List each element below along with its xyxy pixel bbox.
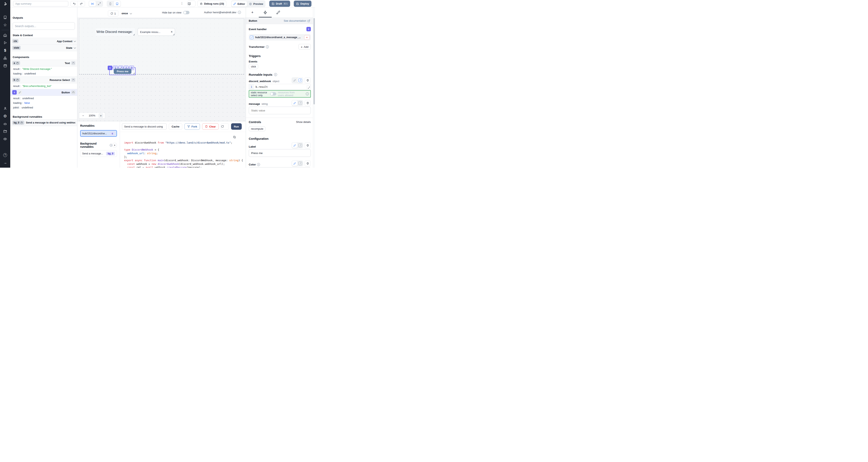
- component-row-c[interactable]: c Button: [10, 89, 78, 96]
- kebab-menu-icon[interactable]: ⋮: [180, 2, 183, 5]
- text-component[interactable]: Write Discord message:: [96, 28, 135, 36]
- background-runnable-row[interactable]: bg_0 Send a message to discord using web…: [10, 119, 78, 126]
- plug-icon[interactable]: [305, 142, 311, 148]
- tab-component-settings-icon[interactable]: [259, 7, 272, 18]
- add-transformer-button[interactable]: +Add: [299, 44, 311, 50]
- chevron-up-icon[interactable]: [71, 61, 75, 65]
- connect-function-icon[interactable]: f: [298, 78, 303, 83]
- output-row-ctx[interactable]: ctx App Context: [10, 38, 78, 44]
- show-details-link[interactable]: Show details: [296, 121, 311, 124]
- hide-bar-toggle[interactable]: [183, 11, 189, 14]
- run-mode-dropdown[interactable]: once: [122, 12, 131, 15]
- connect-function-icon[interactable]: f: [298, 161, 303, 166]
- center-align-icon[interactable]: [89, 1, 96, 6]
- runnable-item-selected[interactable]: hub/1511/discord/se... c: [80, 130, 117, 137]
- component-row-a[interactable]: a Text: [10, 60, 78, 66]
- resize-handle[interactable]: [133, 34, 135, 35]
- label-value-input[interactable]: [249, 149, 311, 157]
- tab-styling-brush-icon[interactable]: [272, 7, 284, 18]
- app-summary-input[interactable]: [13, 1, 68, 6]
- message-static-value-input[interactable]: [249, 107, 311, 114]
- see-documentation-link[interactable]: See documentation: [284, 19, 310, 22]
- favorites-star-icon[interactable]: ☆: [0, 21, 10, 29]
- recompute-chip[interactable]: recompute: [249, 126, 266, 131]
- windmill-logo[interactable]: [0, 0, 10, 7]
- collapse-arrow-icon[interactable]: →: [0, 159, 10, 166]
- resources-cubes-icon[interactable]: [0, 54, 10, 62]
- resource-select-component[interactable]: Example resou... ×: [137, 28, 175, 36]
- selected-component-outline[interactable]: c Press me: [109, 67, 135, 75]
- reload-icon[interactable]: [221, 123, 229, 130]
- cache-button[interactable]: Cache: [169, 123, 182, 130]
- chevron-up-icon[interactable]: [71, 90, 75, 94]
- run-button[interactable]: Run: [231, 123, 242, 130]
- info-icon[interactable]: i: [110, 144, 112, 146]
- static-pencil-icon[interactable]: [292, 161, 298, 166]
- tab-preview[interactable]: Preview: [247, 1, 265, 7]
- redo-icon[interactable]: [78, 1, 85, 6]
- draft-button[interactable]: Draft ⌘S: [269, 1, 290, 7]
- copy-icon[interactable]: [233, 135, 236, 139]
- users-person-icon[interactable]: [0, 105, 10, 112]
- deploy-button[interactable]: Deploy: [294, 1, 311, 7]
- app-canvas-grid[interactable]: Write Discord message: Example resou... …: [79, 19, 244, 74]
- info-icon[interactable]: i: [266, 45, 269, 48]
- schedules-calendar-icon[interactable]: [0, 62, 10, 69]
- tab-editor[interactable]: Editor: [231, 1, 247, 7]
- info-icon[interactable]: i: [257, 163, 260, 166]
- variables-dollar-icon[interactable]: $: [0, 46, 10, 54]
- plug-icon[interactable]: [305, 100, 311, 106]
- plug-icon[interactable]: [305, 160, 311, 166]
- code-editor[interactable]: import discordwebhook from "https://deno…: [120, 132, 246, 168]
- component-row-b[interactable]: b Resource Select: [10, 76, 78, 83]
- app-canvas[interactable]: Write Discord message: Example resou... …: [78, 18, 246, 121]
- input1-expression-editor[interactable]: 1 b.result: [249, 84, 311, 90]
- right-panel-scrollbar[interactable]: [313, 7, 315, 168]
- connect-function-icon[interactable]: f: [298, 143, 303, 148]
- resource-mode-toggle[interactable]: [270, 92, 276, 96]
- debug-runs-button[interactable]: Debug runs (23): [197, 1, 226, 7]
- chevron-down-icon[interactable]: [74, 40, 76, 42]
- info-icon[interactable]: i: [274, 73, 277, 76]
- event-handler-runnable[interactable]: f hub/1511/discord/send_a_message_... ×: [249, 34, 311, 40]
- expression-code[interactable]: b.result: [254, 84, 307, 89]
- tab-insert-plus-icon[interactable]: +: [246, 7, 259, 18]
- static-pencil-icon[interactable]: [292, 100, 298, 106]
- scrollbar-thumb[interactable]: [313, 18, 315, 104]
- clear-button[interactable]: Clear: [202, 123, 219, 130]
- home-icon[interactable]: [0, 31, 10, 39]
- expand-editor-icon[interactable]: [307, 86, 311, 90]
- folders-icon[interactable]: [0, 128, 10, 135]
- static-pencil-icon[interactable]: [292, 143, 298, 148]
- undo-icon[interactable]: [71, 1, 78, 6]
- plug-icon[interactable]: [305, 77, 311, 83]
- fork-button[interactable]: Fork: [184, 123, 200, 130]
- resize-handle[interactable]: [133, 73, 135, 74]
- background-runnable-item[interactable]: Send a message... bg_0: [80, 150, 117, 157]
- output-row-state[interactable]: state State: [10, 44, 78, 51]
- color-value-input[interactable]: [249, 167, 311, 168]
- fullscreen-icon[interactable]: [96, 1, 103, 6]
- clear-icon[interactable]: ×: [171, 30, 173, 34]
- chevron-down-icon[interactable]: [74, 46, 76, 48]
- zoom-in-button[interactable]: +: [98, 113, 103, 118]
- mobile-icon[interactable]: [107, 1, 114, 6]
- docs-book-icon[interactable]: [187, 1, 195, 7]
- help-question-icon[interactable]: ?: [0, 151, 10, 159]
- info-icon[interactable]: i: [238, 11, 241, 14]
- audit-eye-icon[interactable]: [0, 135, 10, 143]
- add-background-runnable-button[interactable]: +: [112, 143, 117, 147]
- pencil-icon[interactable]: [18, 90, 22, 95]
- connect-function-icon[interactable]: f: [298, 100, 303, 106]
- remove-runnable-button[interactable]: ×: [304, 35, 310, 40]
- runnable-name-input[interactable]: [122, 123, 166, 130]
- search-outputs-input[interactable]: [13, 22, 75, 30]
- settings-gear-icon[interactable]: ⚙: [0, 112, 10, 120]
- desktop-icon[interactable]: [114, 1, 121, 6]
- workspace-icon[interactable]: [0, 13, 10, 21]
- zoom-out-button[interactable]: −: [81, 114, 86, 117]
- press-me-button[interactable]: Press me: [114, 69, 131, 74]
- workers-robot-icon[interactable]: [0, 120, 10, 128]
- refresh-count-button[interactable]: 1: [108, 10, 118, 16]
- resize-handle[interactable]: [173, 34, 175, 35]
